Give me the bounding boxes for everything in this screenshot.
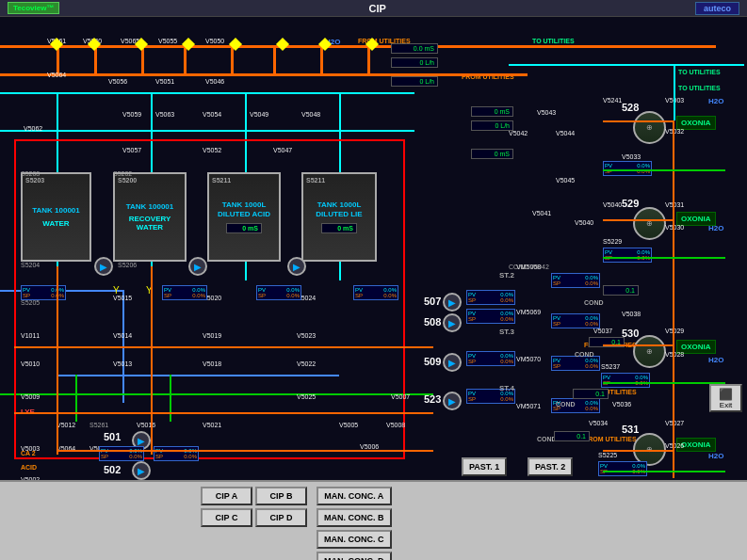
ca2-label: CA 2 — [21, 450, 36, 456]
pump-2-arrow: ▶ — [194, 262, 202, 272]
tank4-display: 0 mS — [321, 223, 357, 233]
pvsp-box-3: PV0.0% SP0.0% — [256, 285, 301, 300]
man-conc-a-button[interactable]: MAN. CONC. A — [317, 487, 392, 505]
valve-s5237: S5237 — [601, 363, 620, 370]
st3-label: ST.3 — [499, 328, 514, 336]
pump-502[interactable]: ▶ — [132, 461, 151, 480]
tank-acid-label: TANK 1000L DILUTED ACID — [209, 200, 279, 218]
pvsp-box-1: PV0.0% SP0.0% — [21, 285, 66, 300]
valve-v5016: V5016 — [137, 422, 155, 428]
pvsp-box-s5202: PV0.0% SP0.0% — [99, 446, 144, 461]
pump-502-arrow: ▶ — [138, 466, 145, 476]
valve-diamond-6[interactable] — [276, 38, 289, 51]
valve-v5059: V5059 — [122, 111, 141, 118]
valve-v5034: V5034 — [589, 420, 608, 426]
past-1-button[interactable]: PAST. 1 — [462, 457, 507, 476]
tecoview-button[interactable]: Tecoview™ — [8, 2, 59, 14]
valve-v5050: V5050 — [205, 38, 224, 44]
pump-1-arrow: ▶ — [100, 262, 107, 272]
pvsp-509: PV0.0% SP0.0% — [466, 351, 515, 366]
man-conc-b-button[interactable]: MAN. CONC. B — [317, 508, 392, 527]
cip-d-button[interactable]: CIP D — [255, 508, 307, 527]
to-utilities-label-3: TO UTILITIES — [678, 85, 721, 91]
exit-button[interactable]: ⬛ Exit — [709, 384, 742, 412]
pvsp-531: PV0.0% SP0.0% — [598, 461, 647, 476]
code-s5208: S5208 — [21, 170, 40, 177]
tank1-code: S5203 — [25, 177, 44, 184]
valve-v5036: V5036 — [612, 401, 631, 408]
h2o-right-529: H2O — [708, 224, 723, 232]
pvsp-box-4: PV0.0% SP0.0% — [353, 285, 398, 300]
page-title: CIP — [59, 3, 695, 14]
tank4-code: S5211 — [306, 177, 325, 184]
valve-v5029: V5029 — [665, 328, 684, 334]
cip-c-button[interactable]: CIP C — [201, 508, 252, 527]
valve-v5040b: V5040 — [603, 201, 622, 208]
valve-v5030: V5030 — [665, 224, 684, 231]
button-row: CIP A CIP B CIP C CIP D MAN. CONC. A MAN… — [0, 482, 747, 560]
past-2-button[interactable]: PAST. 2 — [528, 457, 573, 476]
man-conc-d-button[interactable]: MAN. CONC. D — [317, 552, 392, 560]
valve-v5005: V5005 — [339, 422, 358, 428]
valve-v5012: V5012 — [57, 422, 75, 428]
valve-v5055: V5055 — [158, 38, 177, 44]
tank-530-inner: ⊕ — [646, 347, 653, 356]
pump-3[interactable]: ▶ — [287, 257, 306, 276]
valve-v5010: V5010 — [21, 360, 40, 367]
to-utilities-label-2: TO UTILITIES — [678, 69, 721, 75]
pvsp-vm68: PV0.0% SP0.0% — [551, 273, 600, 288]
cond-v5042: COND.V5042 — [509, 264, 549, 270]
display-0ms-3: 0 mS — [471, 149, 513, 159]
valve-v5031: V5031 — [665, 201, 684, 208]
pump-2[interactable]: ▶ — [188, 257, 207, 276]
man-conc-button-group: MAN. CONC. A MAN. CONC. B MAN. CONC. C M… — [317, 487, 392, 560]
pump-507[interactable]: ▶ — [443, 293, 462, 312]
vm5071: VM5071 — [516, 403, 541, 409]
valve-v5037: V5037 — [593, 328, 612, 334]
section-529: 529 — [622, 198, 639, 209]
valve-v5051: V5051 — [155, 78, 174, 85]
pump-507-arrow: ▶ — [448, 297, 456, 308]
pump-509[interactable]: ▶ — [443, 353, 462, 372]
cond-label-2: COND — [575, 351, 594, 358]
pvsp-530: PV0.0% SP0.0% — [601, 373, 650, 388]
pump-1[interactable]: ▶ — [94, 257, 113, 276]
valve-v5014: V5014 — [113, 332, 132, 339]
valve-v5015: V5015 — [113, 295, 132, 301]
section-523: 523 — [424, 393, 441, 405]
valve-v5044: V5044 — [556, 130, 575, 136]
valve-v5011: V1011 — [21, 332, 40, 339]
section-531: 531 — [622, 424, 639, 435]
valve-v5025: V5025 — [297, 393, 316, 400]
valve-v5018: V5018 — [203, 360, 221, 367]
disp-01-4: 0.1 — [554, 431, 590, 441]
tank-acid: TANK 1000L DILUTED ACID S5211 0 mS — [207, 172, 281, 262]
control-area: CIP A CIP B CIP C CIP D MAN. CONC. A MAN… — [0, 480, 747, 560]
valve-v5033: V5033 — [622, 153, 641, 160]
pvsp-507: PV0.0% SP0.0% — [466, 290, 515, 305]
valve-v5038: V5038 — [622, 311, 641, 317]
pvsp-528: PV0.0% SP0.0% — [603, 161, 652, 176]
pump-523[interactable]: ▶ — [443, 392, 462, 410]
sp-row-3: SP0.0% — [258, 293, 300, 298]
valve-v5006: V5006 — [360, 443, 379, 450]
display-0lh-1: 0 L/h — [391, 57, 438, 68]
tank-528-inner: ⊕ — [646, 123, 653, 132]
section-502: 502 — [104, 464, 121, 475]
tank3-display: 0 mS — [226, 223, 262, 233]
h2o-right-530: H2O — [708, 356, 723, 364]
display-0lh-2: 0 L/h — [391, 76, 438, 87]
tank-water-label: TANK 100001 — [32, 206, 80, 216]
pump-523-arrow: ▶ — [448, 396, 456, 407]
valve-v5022: V5022 — [297, 360, 316, 367]
cip-a-button[interactable]: CIP A — [201, 487, 252, 505]
tank-recovery: TANK 100001 RECOVERY WATER S5200 — [113, 172, 187, 262]
cip-b-button[interactable]: CIP B — [255, 487, 307, 505]
from-utilities-label-5: FROM UTILITIES — [584, 436, 637, 442]
st4-label: ST.4 — [499, 384, 514, 392]
man-conc-c-button[interactable]: MAN. CONC. C — [317, 530, 392, 549]
pump-508[interactable]: ▶ — [443, 313, 462, 332]
valve-v5056: V5056 — [108, 78, 127, 85]
pump-509-arrow: ▶ — [448, 358, 456, 368]
round-tank-530: ⊕ — [633, 335, 666, 368]
